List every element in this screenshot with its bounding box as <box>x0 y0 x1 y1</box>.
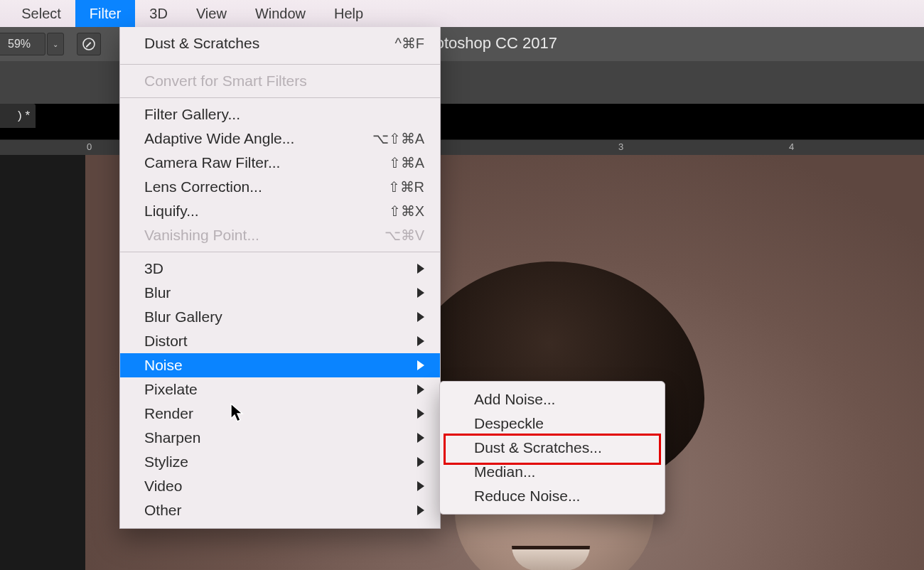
pencil-circle-icon <box>82 37 96 51</box>
photo-smile-shape <box>512 546 590 570</box>
menu-item-camera-raw-filter[interactable]: Camera Raw Filter... ⇧⌘A <box>120 151 440 175</box>
submenu-arrow-icon <box>417 481 424 491</box>
menu-item-label: Video <box>144 478 182 495</box>
menu-item-sharpen-sub[interactable]: Sharpen <box>120 426 440 450</box>
menu-3d[interactable]: 3D <box>135 0 182 27</box>
zoom-dropdown-button[interactable]: ⌄ <box>47 33 64 55</box>
filter-menu-dropdown: Dust & Scratches ^⌘F Convert for Smart F… <box>119 27 441 529</box>
submenu-arrow-icon <box>417 312 424 322</box>
menu-bar: ype Select Filter 3D View Window Help <box>0 0 924 27</box>
noise-submenu: Add Noise... Despeckle Dust & Scratches.… <box>439 381 665 515</box>
submenu-arrow-icon <box>417 409 424 419</box>
menu-view[interactable]: View <box>182 0 241 27</box>
menu-item-noise-sub[interactable]: Noise <box>120 353 440 377</box>
menu-item-label: 3D <box>144 260 163 277</box>
menu-item-convert-smart-filters: Convert for Smart Filters <box>120 69 440 93</box>
menu-item-label: Camera Raw Filter... <box>144 154 280 171</box>
menu-item-label: Dust & Scratches <box>144 35 259 52</box>
submenu-arrow-icon <box>417 288 424 298</box>
menu-item-adaptive-wide-angle[interactable]: Adaptive Wide Angle... ⌥⇧⌘A <box>120 127 440 151</box>
menu-window[interactable]: Window <box>241 0 320 27</box>
ruler-mark: 4 <box>789 141 794 152</box>
menu-item-label: Render <box>144 405 193 422</box>
menu-help[interactable]: Help <box>320 0 377 27</box>
menu-item-label: Other <box>144 502 182 519</box>
menu-item-label: Adaptive Wide Angle... <box>144 130 294 147</box>
submenu-arrow-icon <box>417 264 424 274</box>
submenu-arrow-icon <box>417 433 424 443</box>
menu-item-label: Stylize <box>144 453 188 470</box>
submenu-item-reduce-noise[interactable]: Reduce Noise... <box>440 484 665 508</box>
menu-item-shortcut: ⇧⌘R <box>388 178 424 195</box>
menu-select[interactable]: Select <box>7 0 75 27</box>
menu-separator <box>120 97 440 98</box>
document-tab[interactable]: ) * <box>0 104 36 128</box>
menu-item-liquify[interactable]: Liquify... ⇧⌘X <box>120 199 440 223</box>
menu-item-stylize-sub[interactable]: Stylize <box>120 450 440 474</box>
ruler-mark: 0 <box>87 141 92 152</box>
menu-item-blur-gallery-sub[interactable]: Blur Gallery <box>120 305 440 329</box>
submenu-arrow-icon <box>417 505 424 515</box>
menu-separator <box>120 252 440 252</box>
submenu-item-dust-scratches[interactable]: Dust & Scratches... <box>440 436 665 460</box>
menu-item-shortcut: ⌥⌘V <box>385 227 424 244</box>
menu-item-distort-sub[interactable]: Distort <box>120 329 440 353</box>
menu-item-last-filter[interactable]: Dust & Scratches ^⌘F <box>120 27 440 60</box>
menu-item-label: Sharpen <box>144 429 200 446</box>
ruler-mark: 3 <box>618 141 623 152</box>
menu-item-render-sub[interactable]: Render <box>120 402 440 426</box>
submenu-arrow-icon <box>417 457 424 467</box>
menu-item-vanishing-point: Vanishing Point... ⌥⌘V <box>120 223 440 247</box>
menu-item-label: Lens Correction... <box>144 178 262 195</box>
menu-filter[interactable]: Filter <box>75 0 135 27</box>
menu-item-label: Liquify... <box>144 203 199 220</box>
menu-item-label: Blur <box>144 284 171 301</box>
menu-item-shortcut: ⌥⇧⌘A <box>372 130 424 147</box>
submenu-arrow-icon <box>417 385 424 394</box>
menu-separator <box>120 64 440 65</box>
menu-item-label: Blur Gallery <box>144 308 222 326</box>
menu-item-label: Pixelate <box>144 381 198 398</box>
menu-item-label: Vanishing Point... <box>144 227 259 244</box>
submenu-item-add-noise[interactable]: Add Noise... <box>440 387 665 412</box>
menu-item-shortcut: ⇧⌘A <box>389 154 424 171</box>
submenu-arrow-icon <box>417 336 424 346</box>
menu-item-label: Noise <box>144 357 183 374</box>
menu-item-label: Filter Gallery... <box>144 106 240 123</box>
zoom-level-field[interactable]: 59% <box>0 33 45 55</box>
menu-item-pixelate-sub[interactable]: Pixelate <box>120 377 440 402</box>
menu-item-3d-sub[interactable]: 3D <box>120 257 440 281</box>
menu-item-video-sub[interactable]: Video <box>120 474 440 498</box>
menu-item-filter-gallery[interactable]: Filter Gallery... <box>120 102 440 127</box>
edit-icon-button[interactable] <box>77 33 101 55</box>
menu-type[interactable]: ype <box>0 0 7 27</box>
submenu-item-despeckle[interactable]: Despeckle <box>440 412 665 436</box>
menu-item-label: Distort <box>144 333 188 350</box>
menu-item-shortcut: ^⌘F <box>394 35 424 52</box>
menu-item-blur-sub[interactable]: Blur <box>120 281 440 305</box>
menu-item-lens-correction[interactable]: Lens Correction... ⇧⌘R <box>120 175 440 199</box>
menu-item-label: Convert for Smart Filters <box>144 72 307 90</box>
submenu-arrow-icon <box>417 360 424 370</box>
submenu-item-median[interactable]: Median... <box>440 460 665 484</box>
menu-item-shortcut: ⇧⌘X <box>389 203 424 220</box>
menu-item-other-sub[interactable]: Other <box>120 498 440 522</box>
